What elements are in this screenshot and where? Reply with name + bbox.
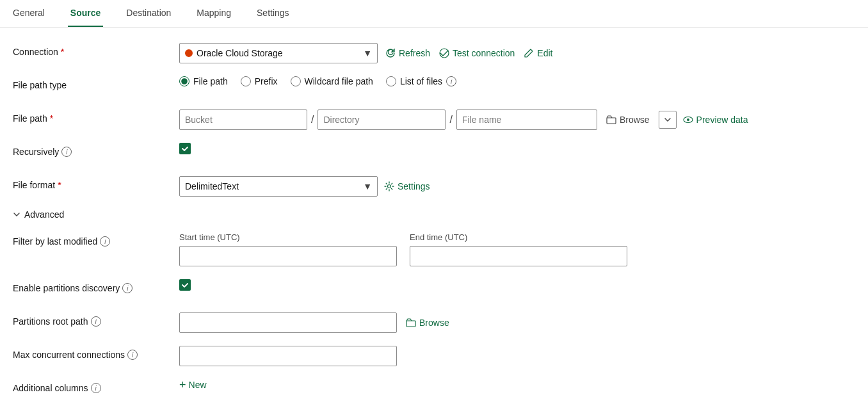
enable-partitions-info-icon: i	[122, 283, 133, 293]
preview-icon	[683, 115, 693, 125]
refresh-button[interactable]: Refresh	[384, 45, 431, 61]
additional-columns-label: Additional columns i	[13, 379, 179, 393]
partitions-root-path-input[interactable]	[179, 312, 397, 333]
max-concurrent-controls	[179, 346, 855, 366]
edit-button[interactable]: Edit	[522, 45, 554, 61]
file-path-type-row: File path type File path Prefix Wildcard…	[13, 76, 855, 97]
start-time-col: Start time (UTC)	[179, 232, 397, 266]
svg-rect-5	[406, 321, 415, 327]
max-concurrent-row: Max concurrent connections i	[13, 346, 855, 366]
recursively-controls	[179, 143, 855, 154]
file-format-row: File format * DelimitedText ▼ Settings	[13, 176, 855, 197]
svg-point-3	[687, 118, 689, 121]
max-concurrent-label: Max concurrent connections i	[13, 346, 179, 360]
tab-destination[interactable]: Destination	[124, 0, 173, 27]
test-connection-button[interactable]: Test connection	[438, 45, 516, 61]
new-column-button[interactable]: + New	[179, 379, 207, 391]
file-path-controls: / / Browse	[179, 109, 855, 130]
enable-partitions-label: Enable partitions discovery i	[13, 279, 179, 293]
filter-last-modified-row: Filter by last modified i Start time (UT…	[13, 232, 855, 266]
file-path-type-controls: File path Prefix Wildcard file path List…	[179, 76, 855, 86]
start-time-label: Start time (UTC)	[179, 232, 397, 242]
partitions-browse-button[interactable]: Browse	[403, 315, 452, 330]
enable-partitions-controls	[179, 279, 855, 291]
recursively-row: Recursively i	[13, 143, 855, 163]
filter-last-modified-controls: Start time (UTC) End time (UTC)	[179, 232, 855, 266]
connection-row: Connection * Oracle Cloud Storage ▼ Refr…	[13, 43, 855, 63]
recursively-checkbox-box[interactable]	[179, 143, 191, 154]
path-separator-2: /	[449, 114, 452, 126]
tab-bar: General Source Destination Mapping Setti…	[0, 0, 868, 28]
filename-input[interactable]	[456, 109, 597, 130]
file-path-label: File path *	[13, 109, 179, 124]
recursively-checkbox[interactable]	[179, 143, 191, 154]
tab-settings[interactable]: Settings	[254, 0, 292, 27]
start-time-input[interactable]	[179, 246, 397, 266]
list-of-files-info-icon: i	[446, 76, 456, 86]
preview-data-button[interactable]: Preview data	[683, 115, 748, 125]
refresh-icon	[385, 48, 396, 58]
radio-prefix[interactable]: Prefix	[241, 76, 278, 86]
enable-partitions-checkbox-box[interactable]	[179, 279, 191, 291]
recursively-info-icon: i	[61, 147, 72, 157]
settings-gear-icon	[384, 181, 394, 191]
recursively-label: Recursively i	[13, 143, 179, 157]
path-separator-1: /	[311, 114, 314, 126]
file-path-type-label: File path type	[13, 76, 179, 90]
enable-partitions-checkbox[interactable]	[179, 279, 191, 291]
connection-controls: Oracle Cloud Storage ▼ Refresh Test conn…	[179, 43, 855, 63]
tab-source[interactable]: Source	[68, 0, 103, 27]
enable-partitions-row: Enable partitions discovery i	[13, 279, 855, 300]
check-icon-partitions	[181, 281, 189, 289]
settings-button[interactable]: Settings	[384, 181, 430, 191]
svg-point-0	[440, 49, 449, 58]
partitions-browse-icon	[406, 318, 416, 328]
main-content: Connection * Oracle Cloud Storage ▼ Refr…	[0, 28, 868, 397]
svg-point-4	[388, 185, 391, 188]
partitions-root-path-controls: Browse	[179, 312, 855, 333]
connection-value: Oracle Cloud Storage	[197, 48, 359, 58]
partitions-root-path-info-icon: i	[91, 316, 101, 327]
test-connection-icon	[439, 48, 449, 58]
expand-button[interactable]	[659, 111, 677, 129]
max-concurrent-input[interactable]	[179, 346, 397, 366]
advanced-chevron-icon	[13, 211, 20, 218]
chevron-down-icon	[664, 116, 671, 124]
partitions-root-path-row: Partitions root path i Browse	[13, 312, 855, 333]
end-time-input[interactable]	[410, 246, 627, 266]
file-format-label: File format *	[13, 176, 179, 190]
file-format-dropdown[interactable]: DelimitedText ▼	[179, 176, 378, 197]
connection-chevron-icon: ▼	[363, 48, 372, 58]
directory-input[interactable]	[317, 109, 446, 130]
max-concurrent-info-icon: i	[127, 350, 138, 360]
file-path-inputs: / /	[179, 109, 597, 130]
radio-filepath[interactable]: File path	[179, 76, 228, 86]
file-format-controls: DelimitedText ▼ Settings	[179, 176, 855, 197]
additional-columns-info-icon: i	[91, 383, 101, 393]
browse-icon	[606, 115, 616, 125]
end-time-label: End time (UTC)	[410, 232, 627, 242]
advanced-toggle[interactable]: Advanced	[13, 209, 855, 220]
tab-mapping[interactable]: Mapping	[194, 0, 234, 27]
end-time-col: End time (UTC)	[410, 232, 627, 266]
bucket-input[interactable]	[179, 109, 307, 130]
filter-last-modified-info-icon: i	[100, 236, 110, 247]
check-icon	[181, 145, 189, 152]
connection-dropdown[interactable]: Oracle Cloud Storage ▼	[179, 43, 378, 63]
filter-last-modified-label: Filter by last modified i	[13, 232, 179, 247]
connection-status-dot	[185, 49, 193, 57]
connection-label: Connection *	[13, 43, 179, 57]
utc-group: Start time (UTC) End time (UTC)	[179, 232, 627, 266]
partitions-root-path-label: Partitions root path i	[13, 312, 179, 327]
tab-general[interactable]: General	[10, 0, 47, 27]
radio-listfiles[interactable]: List of files i	[386, 76, 456, 86]
radio-wildcard[interactable]: Wildcard file path	[291, 76, 373, 86]
plus-icon: +	[179, 379, 186, 391]
additional-columns-controls: + New	[179, 379, 855, 391]
file-path-row: File path * / / Browse	[13, 109, 855, 130]
browse-button[interactable]: Browse	[604, 112, 652, 127]
edit-icon	[524, 48, 534, 58]
format-chevron-icon: ▼	[363, 181, 372, 191]
svg-rect-1	[607, 118, 616, 124]
additional-columns-row: Additional columns i + New	[13, 379, 855, 397]
